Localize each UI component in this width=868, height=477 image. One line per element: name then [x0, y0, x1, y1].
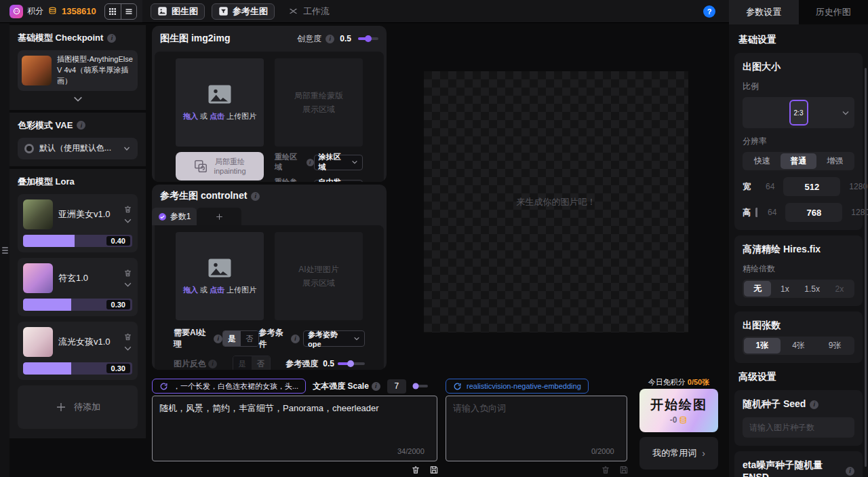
ensd-info-icon[interactable]: i [846, 467, 854, 476]
params-panel: 参数设置 历史作图 基础设置 出图大小 比例 2:3 分辨率 快速 普通 增强 [729, 0, 868, 477]
controlnet-preview-line2: 展示区域 [302, 276, 335, 290]
ref-strength-slider[interactable] [338, 362, 365, 365]
invert-toggle[interactable]: 是 否 [233, 356, 271, 370]
refresh-icon[interactable] [159, 382, 168, 391]
redraw-area-select[interactable]: 涂抹区域 [314, 155, 363, 170]
img2img-panel: 图生图 img2img 创意度 i 0.5 拖入 或 点击 上传图片 局部 [152, 26, 387, 182]
generate-cost-value: -0 [670, 415, 677, 425]
seed-input[interactable] [743, 417, 854, 438]
points-value: 1358610 [62, 6, 96, 16]
hires-1x[interactable]: 1x [771, 281, 798, 297]
ref-cond-select[interactable]: 参考姿势 ope [303, 330, 365, 347]
resolution-normal[interactable]: 普通 [781, 153, 817, 169]
hires-card: 高清精绘 Hires.fix 精绘倍数 无 1x 1.5x 2x [734, 235, 863, 306]
hires-2x[interactable]: 2x [826, 281, 853, 297]
controlnet-upload-dropzone[interactable]: 拖入 或 点击 上传图片 [176, 232, 264, 320]
creativity-info-icon[interactable]: i [326, 35, 334, 43]
chevron-down-icon[interactable] [123, 218, 132, 224]
plus-icon [215, 212, 224, 221]
params-tabs: 参数设置 历史作图 [729, 0, 868, 24]
tab-ref-gen[interactable]: 参考生图 [212, 3, 275, 20]
img2img-panel-title: 图生图 img2img [160, 33, 230, 45]
help-button[interactable]: ? [703, 5, 715, 18]
seed-info-icon[interactable]: i [810, 400, 818, 409]
ai-process-info-icon[interactable]: i [214, 335, 222, 343]
ai-process-no[interactable]: 否 [241, 331, 258, 346]
tab-param-settings[interactable]: 参数设置 [729, 0, 799, 24]
tab-img2img[interactable]: 图生图 [151, 3, 205, 20]
refresh-icon[interactable] [453, 382, 462, 391]
checkpoint-section: 基础模型 Checkpoint i 插图模型-AnythingElse V 4v… [9, 25, 146, 110]
invert-yes[interactable]: 是 [233, 356, 252, 370]
grid-view-icon[interactable] [105, 4, 121, 19]
checkpoint-collapse-chevron[interactable] [18, 95, 138, 103]
save-icon[interactable] [429, 465, 439, 475]
tab-history[interactable]: 历史作图 [799, 0, 868, 24]
positive-prompt-input[interactable]: 随机，风景，简约，丰富细节，Panorama，cheerleader [152, 396, 437, 461]
vae-section: 色彩模式 VAE i 默认（使用默认色... [9, 113, 146, 166]
checkpoint-card[interactable]: 插图模型-AnythingElse V 4v4（萌系半厚涂插画） [18, 50, 138, 91]
count-1[interactable]: 1张 [744, 338, 781, 354]
resolution-enhanced[interactable]: 增强 [816, 153, 853, 169]
ai-process-toggle[interactable]: 是 否 [222, 330, 258, 347]
coin-icon [47, 6, 58, 16]
common-words-button[interactable]: 我的常用词 › [639, 437, 718, 470]
controlnet-add-tab[interactable] [197, 208, 241, 225]
img2img-upload-dropzone[interactable]: 拖入 或 点击 上传图片 [176, 58, 264, 147]
controlnet-tab-1[interactable]: 参数1 [152, 208, 197, 225]
resolution-fast[interactable]: 快速 [744, 153, 781, 169]
trash-icon[interactable] [601, 465, 610, 475]
hires-none[interactable]: 无 [744, 281, 771, 297]
trash-icon[interactable] [123, 205, 132, 214]
lora-weight-slider[interactable]: 0.30 [23, 362, 132, 375]
negative-embedding-pill[interactable]: realisticvision-negative-embedding [446, 379, 589, 394]
text-scale-value[interactable]: 7 [387, 379, 406, 394]
redraw-area-info-icon[interactable]: i [307, 159, 314, 166]
save-icon[interactable] [619, 465, 629, 475]
count-4[interactable]: 4张 [781, 338, 817, 354]
text-scale-slider[interactable] [413, 385, 428, 387]
controlnet-preview-line1: AI处理图片 [298, 263, 338, 276]
ai-process-yes[interactable]: 是 [223, 331, 241, 346]
workflow-icon [288, 6, 299, 16]
scrollbar-thumb[interactable] [865, 68, 867, 467]
width-input[interactable] [783, 177, 840, 196]
ensd-card: eta噪声种子随机量 ENSD i [734, 451, 863, 477]
generate-cost: -0 [670, 415, 688, 425]
trash-icon[interactable] [123, 269, 132, 278]
invert-no[interactable]: 否 [252, 356, 270, 370]
model-sidebar: 基础模型 Checkpoint i 插图模型-AnythingElse V 4v… [9, 25, 146, 477]
chevron-right-icon: › [702, 448, 705, 459]
checkpoint-info-icon[interactable]: i [107, 34, 116, 43]
count-9[interactable]: 9张 [816, 338, 853, 354]
vae-select[interactable]: 默认（使用默认色... [18, 138, 138, 159]
trash-icon[interactable] [123, 332, 132, 341]
text-scale-info-icon[interactable]: i [372, 382, 380, 391]
start-generate-button[interactable]: 开始绘图 -0 [639, 389, 718, 432]
ratio-select[interactable]: 2:3 [743, 97, 854, 128]
list-view-icon[interactable] [121, 4, 136, 19]
creativity-slider[interactable] [358, 37, 378, 40]
ratio-chip[interactable]: 2:3 [789, 100, 808, 126]
controlnet-info-icon[interactable]: i [251, 192, 260, 201]
app-logo[interactable] [9, 5, 23, 18]
sidebar-drag-handle[interactable] [2, 247, 8, 254]
lora-weight-value: 0.40 [106, 236, 130, 246]
lora-weight-slider[interactable]: 0.30 [23, 299, 132, 311]
tab-workflow[interactable]: 工作流 [281, 3, 336, 20]
vae-info-icon[interactable]: i [77, 121, 85, 130]
ref-cond-info-icon[interactable]: i [291, 335, 300, 343]
trash-icon[interactable] [411, 465, 420, 475]
chevron-down-icon[interactable] [123, 345, 132, 351]
inpaint-button[interactable]: 局部重绘inpainting [176, 152, 264, 180]
hires-segmented: 无 1x 1.5x 2x [743, 280, 854, 298]
checkpoint-title: 基础模型 Checkpoint [18, 32, 103, 44]
chevron-down-icon[interactable] [123, 282, 132, 288]
hires-1-5x[interactable]: 1.5x [799, 281, 826, 297]
invert-info-icon[interactable]: i [208, 360, 217, 368]
positive-suggest-pill[interactable]: ，一个长发，白色连衣裙的女孩，头... [152, 379, 306, 394]
redraw-ref-select[interactable]: 自由发挥 [314, 180, 363, 183]
lora-weight-slider[interactable]: 0.40 [23, 235, 132, 247]
add-lora-button[interactable]: 待添加 [18, 385, 138, 429]
height-input[interactable] [785, 203, 842, 222]
